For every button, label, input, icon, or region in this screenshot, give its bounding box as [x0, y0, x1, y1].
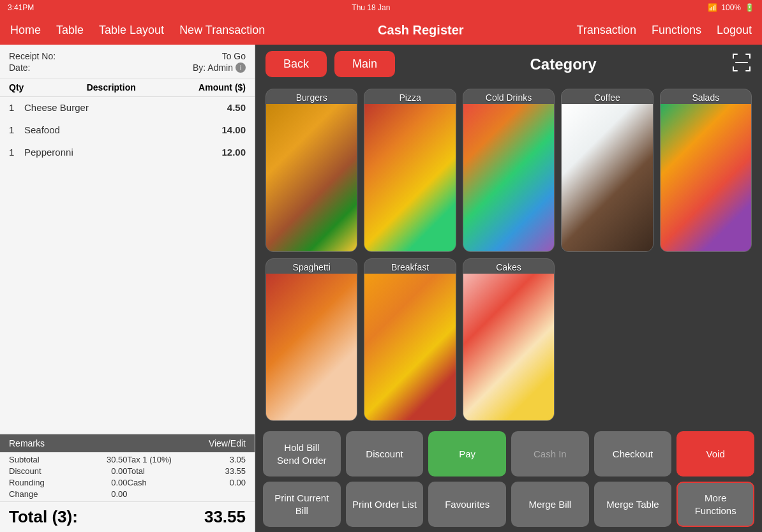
- category-grid: Burgers Pizza Cold Drinks Coffee Salads …: [255, 84, 762, 426]
- back-button[interactable]: Back: [265, 51, 327, 77]
- category-breakfast[interactable]: Breakfast: [364, 258, 456, 422]
- category-cold-drinks[interactable]: Cold Drinks: [463, 89, 555, 252]
- category-salads[interactable]: Salads: [660, 89, 752, 252]
- receipt-footer: Remarks View/Edit Subtotal 30.50 Discoun…: [0, 434, 255, 532]
- change-row: Change 0.00: [9, 489, 128, 499]
- battery-icon: 🔋: [745, 3, 754, 12]
- view-edit-button[interactable]: View/Edit: [209, 438, 246, 448]
- item-desc-2: Seafood: [24, 124, 221, 135]
- topbar-left-nav: Home Table Table Layout New Transaction: [10, 24, 265, 37]
- discount-button[interactable]: Discount: [346, 431, 424, 477]
- totals-col-left: Subtotal 30.50 Discount 0.00 Rounding 0.…: [9, 455, 128, 499]
- total-row: Total 33.55: [128, 466, 246, 476]
- main-layout: Receipt No: To Go Date: By: Admin i Qty …: [0, 45, 762, 532]
- category-cakes[interactable]: Cakes: [463, 258, 555, 422]
- nav-new-transaction[interactable]: New Transaction: [179, 24, 265, 37]
- item-amount-2: 14.00: [221, 124, 246, 135]
- receipt-no-label: Receipt No:: [9, 51, 56, 61]
- merge-bill-button[interactable]: Merge Bill: [511, 482, 589, 527]
- total-big-row: Total (3): 33.55: [0, 501, 255, 532]
- item-desc-3: Pepperonni: [24, 147, 221, 158]
- total-big-label: Total (3):: [9, 507, 78, 527]
- nav-home[interactable]: Home: [10, 24, 41, 37]
- cakes-image: [463, 274, 554, 421]
- remarks-label: Remarks: [9, 438, 45, 448]
- coffee-image: [562, 104, 652, 251]
- burgers-image: [266, 104, 357, 251]
- category-title: Category: [403, 55, 724, 73]
- scan-icon[interactable]: [731, 52, 752, 77]
- total-big-value: 33.55: [204, 507, 246, 527]
- checkout-button[interactable]: Checkout: [594, 431, 672, 477]
- category-coffee[interactable]: Coffee: [561, 89, 653, 252]
- remarks-bar: Remarks View/Edit: [0, 434, 255, 452]
- breakfast-image: [364, 274, 455, 421]
- print-order-list-button[interactable]: Print Order List: [346, 482, 424, 527]
- totals-col-right: Tax 1 (10%) 3.05 Total 33.55 Cash 0.00: [128, 455, 246, 499]
- table-row[interactable]: 1 Pepperonni 12.00: [9, 147, 246, 158]
- spaghetti-image: [266, 274, 357, 421]
- nav-logout[interactable]: Logout: [717, 24, 752, 37]
- favourites-button[interactable]: Favourites: [428, 482, 506, 527]
- receipt-column-headers: Qty Description Amount ($): [0, 78, 255, 97]
- pay-button[interactable]: Pay: [428, 431, 506, 477]
- col-amount: Amount ($): [198, 82, 246, 92]
- category-pizza[interactable]: Pizza: [364, 89, 456, 252]
- action-buttons: Hold BillSend Order Discount Pay Cash In…: [255, 426, 762, 532]
- item-amount-3: 12.00: [221, 147, 246, 158]
- status-bar: 3:41PM Thu 18 Jan 📶 100% 🔋: [0, 0, 762, 15]
- table-row[interactable]: 1 Seafood 14.00: [9, 124, 246, 135]
- wifi-icon: 📶: [708, 3, 717, 12]
- discount-row: Discount 0.00: [9, 466, 128, 476]
- void-button[interactable]: Void: [676, 431, 754, 477]
- status-right: 📶 100% 🔋: [708, 3, 754, 12]
- col-qty: Qty: [9, 82, 24, 92]
- receipt-header: Receipt No: To Go Date: By: Admin i: [0, 45, 255, 78]
- tax-row: Tax 1 (10%) 3.05: [128, 455, 246, 464]
- pizza-image: [364, 104, 455, 251]
- topbar-title: Cash Register: [265, 23, 576, 38]
- receipt-panel: Receipt No: To Go Date: By: Admin i Qty …: [0, 45, 255, 532]
- category-header: Back Main Category: [255, 45, 762, 84]
- status-time: 3:41PM: [8, 3, 34, 12]
- item-desc-1: Cheese Burger: [24, 102, 227, 113]
- cash-in-button[interactable]: Cash In: [511, 431, 589, 477]
- cash-row: Cash 0.00: [128, 478, 246, 487]
- battery-level: 100%: [721, 3, 741, 12]
- status-date: Thu 18 Jan: [352, 3, 390, 12]
- totals-grid: Subtotal 30.50 Discount 0.00 Rounding 0.…: [0, 452, 255, 501]
- svg-rect-3: [749, 54, 751, 59]
- col-desc: Description: [87, 82, 136, 92]
- svg-rect-8: [735, 62, 748, 63]
- cold-drinks-image: [463, 104, 554, 251]
- item-amount-1: 4.50: [227, 102, 246, 113]
- receipt-items-list: 1 Cheese Burger 4.50 1 Seafood 14.00 1 P…: [0, 97, 255, 434]
- item-qty-3: 1: [9, 147, 24, 158]
- table-row[interactable]: 1 Cheese Burger 4.50: [9, 102, 246, 113]
- receipt-no-value: To Go: [222, 51, 246, 61]
- category-burgers[interactable]: Burgers: [265, 89, 357, 252]
- item-qty-1: 1: [9, 102, 24, 113]
- svg-rect-7: [749, 66, 751, 71]
- nav-functions[interactable]: Functions: [652, 24, 701, 37]
- right-panel: Back Main Category Burgers: [255, 45, 762, 532]
- nav-table[interactable]: Table: [56, 24, 84, 37]
- hold-bill-button[interactable]: Hold BillSend Order: [263, 431, 341, 477]
- subtotal-row: Subtotal 30.50: [9, 455, 128, 464]
- topbar-right-nav: Transaction Functions Logout: [577, 24, 752, 37]
- more-functions-button[interactable]: More Functions: [676, 482, 754, 527]
- receipt-date-label: Date:: [9, 63, 30, 73]
- main-button[interactable]: Main: [334, 51, 395, 77]
- nav-transaction[interactable]: Transaction: [577, 24, 636, 37]
- info-icon[interactable]: i: [235, 63, 246, 73]
- nav-table-layout[interactable]: Table Layout: [99, 24, 164, 37]
- category-spaghetti[interactable]: Spaghetti: [265, 258, 357, 422]
- receipt-by: By: Admin i: [193, 63, 246, 73]
- rounding-row: Rounding 0.00: [9, 478, 128, 487]
- merge-table-button[interactable]: Merge Table: [594, 482, 672, 527]
- item-qty-2: 1: [9, 124, 24, 135]
- salads-image: [661, 104, 751, 251]
- svg-rect-5: [733, 66, 734, 71]
- print-current-bill-button[interactable]: Print Current Bill: [263, 482, 341, 527]
- svg-rect-1: [733, 54, 734, 59]
